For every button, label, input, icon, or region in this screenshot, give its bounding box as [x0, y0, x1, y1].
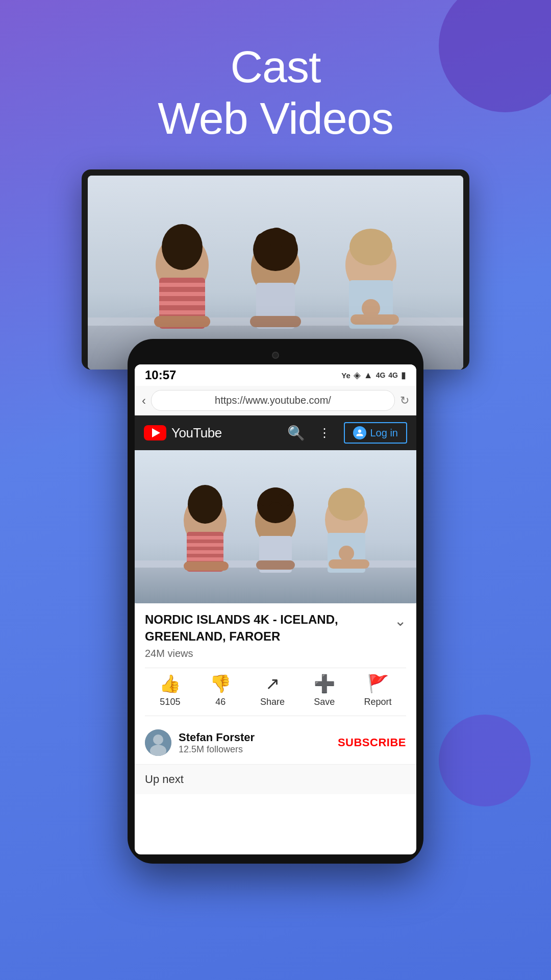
phone-screen: 10:57 Ye ◈ ▲ 4G 4G ▮ ‹ https://www.youtu…: [135, 364, 416, 854]
hero-title: Cast Web Videos: [158, 41, 393, 144]
login-button[interactable]: Log in: [344, 422, 408, 444]
dislike-count: 46: [215, 697, 226, 707]
more-options-icon[interactable]: ⋮: [318, 426, 331, 440]
dislike-icon: 👎: [210, 673, 231, 694]
phone-display: 10:57 Ye ◈ ▲ 4G 4G ▮ ‹ https://www.youtu…: [128, 339, 423, 864]
url-bar[interactable]: https://www.youtube.com/: [151, 390, 395, 411]
video-info-section: NORDIC ISLANDS 4K - ICELAND, GREENLAND, …: [135, 603, 416, 721]
back-button[interactable]: ‹: [142, 394, 146, 408]
svg-point-47: [153, 734, 163, 745]
svg-point-15: [280, 233, 296, 249]
svg-point-42: [328, 488, 365, 521]
video-views: 24M views: [145, 648, 406, 659]
like-button[interactable]: 👍 5105: [159, 673, 181, 707]
share-icon: ↗: [265, 673, 280, 694]
cell-4g-icon: 4G: [376, 371, 386, 379]
youtube-brand-text: YouTube: [171, 425, 222, 441]
login-avatar-icon: [353, 426, 366, 439]
youtube-header: YouTube 🔍 ⋮ Log in: [135, 415, 416, 450]
svg-point-27: [188, 485, 222, 524]
svg-rect-7: [159, 301, 205, 305]
youtube-logo[interactable]: YouTube: [144, 425, 222, 441]
network-icon: Ye: [341, 371, 350, 380]
battery-icon: ▮: [401, 370, 406, 381]
video-title: NORDIC ISLANDS 4K - ICELAND, GREENLAND, …: [145, 611, 389, 645]
svg-point-9: [162, 224, 203, 270]
subscribe-button[interactable]: Subscribe: [338, 736, 406, 749]
browser-bar: ‹ https://www.youtube.com/ ↻: [135, 386, 416, 415]
youtube-icon: [144, 425, 166, 440]
video-thumbnail[interactable]: [135, 450, 416, 603]
report-icon: 🚩: [367, 673, 389, 694]
up-next-label: Up next: [145, 773, 184, 786]
channel-avatar[interactable]: [145, 729, 171, 756]
video-thumbnail-image: [135, 450, 416, 603]
svg-point-22: [362, 299, 380, 317]
cell-4g-2-icon: 4G: [388, 371, 398, 379]
svg-rect-31: [187, 550, 223, 554]
phone-frame: 10:57 Ye ◈ ▲ 4G 4G ▮ ‹ https://www.youtu…: [128, 339, 423, 864]
svg-point-38: [278, 492, 292, 506]
share-button[interactable]: ↗ Share: [260, 673, 285, 707]
channel-row: Stefan Forster 12.5M followers Subscribe: [135, 721, 416, 765]
svg-point-19: [349, 229, 392, 265]
status-time: 10:57: [145, 368, 176, 382]
like-icon: 👍: [159, 673, 181, 694]
phone-camera: [272, 352, 279, 359]
status-icons: Ye ◈ ▲ 4G 4G ▮: [341, 370, 406, 381]
refresh-button[interactable]: ↻: [400, 394, 409, 407]
signal-icon: ◈: [354, 370, 361, 381]
dislike-button[interactable]: 👎 46: [210, 673, 231, 707]
save-label: Save: [314, 697, 335, 707]
svg-rect-6: [159, 292, 205, 296]
like-count: 5105: [160, 697, 180, 707]
svg-rect-40: [256, 560, 295, 570]
up-next-section: Up next: [135, 765, 416, 794]
wifi-icon: ▲: [364, 370, 373, 381]
svg-rect-29: [187, 536, 223, 540]
svg-rect-44: [329, 559, 369, 569]
login-label: Log in: [370, 427, 398, 439]
svg-rect-5: [159, 283, 205, 287]
share-label: Share: [260, 697, 285, 707]
play-triangle-icon: [152, 428, 160, 437]
search-icon[interactable]: 🔍: [287, 425, 305, 442]
svg-rect-8: [159, 310, 205, 314]
svg-rect-33: [184, 561, 229, 571]
action-buttons-row: 👍 5105 👎 46 ↗ Share ➕: [145, 668, 406, 716]
report-button[interactable]: 🚩 Report: [364, 673, 392, 707]
status-bar: 10:57 Ye ◈ ▲ 4G 4G ▮: [135, 364, 416, 386]
phone-notch: [135, 348, 416, 362]
expand-icon[interactable]: ⌄: [394, 612, 406, 629]
svg-rect-30: [187, 543, 223, 547]
channel-followers: 12.5M followers: [179, 744, 338, 755]
report-label: Report: [364, 697, 392, 707]
save-icon: ➕: [314, 673, 335, 694]
save-button[interactable]: ➕ Save: [314, 673, 335, 707]
channel-name: Stefan Forster: [179, 731, 338, 744]
svg-rect-32: [187, 557, 223, 561]
svg-rect-10: [154, 316, 210, 327]
svg-point-45: [339, 546, 354, 561]
svg-rect-17: [250, 316, 301, 327]
channel-info: Stefan Forster 12.5M followers: [179, 731, 338, 755]
